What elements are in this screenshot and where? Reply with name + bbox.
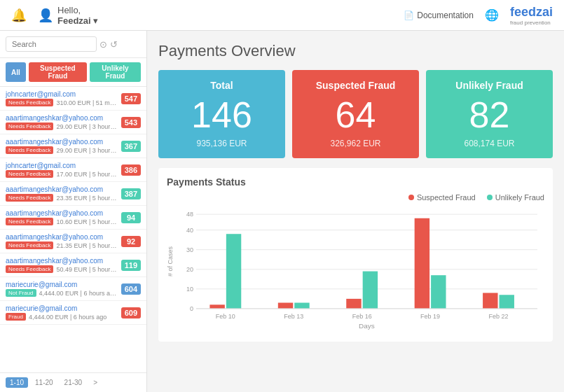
payment-meta: Not Fraud 4,444.00 EUR | 6 hours ago bbox=[6, 289, 117, 297]
page-button[interactable]: 11-20 bbox=[31, 377, 57, 388]
search-input[interactable] bbox=[6, 36, 97, 52]
payment-badge: Needs Feedback bbox=[6, 194, 53, 202]
stat-card-number: 82 bbox=[437, 97, 542, 133]
list-item[interactable]: johncarter@gmail.com Needs Feedback 17.0… bbox=[0, 158, 146, 182]
page-button[interactable]: 1-10 bbox=[6, 377, 28, 388]
payment-count: 543 bbox=[121, 117, 141, 128]
payment-details: 29.00 EUR | 3 hours ago bbox=[56, 147, 116, 154]
list-item[interactable]: aaartimangeshkar@yahoo.com Needs Feedbac… bbox=[0, 230, 146, 253]
user-menu[interactable]: 👤 Hello, Feedzai ▾ bbox=[38, 5, 98, 26]
payment-count: 119 bbox=[121, 260, 141, 271]
content: Payments Overview Total 146 935,136 EUR … bbox=[147, 31, 564, 392]
payment-meta: Needs Feedback 310.00 EUR | 51 minutes a… bbox=[6, 99, 117, 106]
pagination: 1-1011-2021-30> bbox=[0, 372, 146, 392]
brand-sub: fraud prevention bbox=[510, 20, 553, 26]
payment-count: 94 bbox=[121, 212, 141, 223]
payment-details: 310.00 EUR | 51 minutes ago bbox=[56, 99, 116, 106]
filter-all[interactable]: All bbox=[6, 62, 26, 82]
list-item[interactable]: johncarter@gmail.com Needs Feedback 310.… bbox=[0, 87, 146, 111]
list-item[interactable]: aaartimangeshkar@yahoo.com Needs Feedbac… bbox=[0, 182, 146, 206]
legend-dot bbox=[487, 195, 493, 200]
stat-card-number: 64 bbox=[303, 97, 408, 133]
svg-text:40: 40 bbox=[186, 227, 193, 234]
svg-rect-17 bbox=[294, 302, 309, 308]
payment-count: 604 bbox=[121, 284, 141, 295]
stat-card-title: Suspected Fraud bbox=[303, 80, 408, 91]
stat-card-eur: 608,174 EUR bbox=[437, 139, 542, 148]
svg-text:Feb 19: Feb 19 bbox=[420, 313, 440, 320]
page-button[interactable]: 21-30 bbox=[60, 377, 87, 388]
chart-svg: 01020304048# of CasesFeb 10Feb 13Feb 16F… bbox=[167, 207, 544, 333]
stat-card-total: Total 146 935,136 EUR bbox=[158, 70, 285, 158]
page-title: Payments Overview bbox=[158, 42, 553, 60]
svg-text:0: 0 bbox=[190, 305, 193, 312]
payment-count: 547 bbox=[121, 93, 141, 104]
stat-card-unlikely: Unlikely Fraud 82 608,174 EUR bbox=[426, 70, 553, 158]
payment-badge: Not Fraud bbox=[6, 289, 36, 297]
payment-meta: Needs Feedback 21.35 EUR | 5 hours ago bbox=[6, 241, 117, 249]
search-bar: ⊙ ↺ bbox=[0, 31, 146, 58]
stat-card-number: 146 bbox=[170, 97, 274, 133]
brand-name: feedzai bbox=[510, 5, 553, 20]
svg-rect-20 bbox=[363, 272, 378, 309]
bell-icon[interactable]: 🔔 bbox=[11, 8, 27, 23]
list-item[interactable]: aaartimangeshkar@yahoo.com Needs Feedbac… bbox=[0, 253, 146, 277]
list-item[interactable]: mariecurie@gmail.com Not Fraud 4,444.00 … bbox=[0, 277, 146, 301]
payment-badge: Needs Feedback bbox=[6, 122, 53, 130]
payment-meta: Needs Feedback 17.00 EUR | 5 hours ago bbox=[6, 170, 117, 178]
payment-meta: Needs Feedback 29.00 EUR | 3 hours ago bbox=[6, 122, 117, 130]
page-button[interactable]: > bbox=[89, 377, 102, 388]
svg-text:30: 30 bbox=[186, 246, 193, 253]
header-left: 🔔 👤 Hello, Feedzai ▾ bbox=[11, 5, 98, 26]
svg-rect-22 bbox=[415, 218, 429, 309]
doc-link[interactable]: 📄 Documentation bbox=[404, 10, 474, 20]
payment-email: johncarter@gmail.com bbox=[6, 90, 117, 98]
filter-unlikely[interactable]: Unlikely Fraud bbox=[90, 62, 141, 82]
payment-badge: Needs Feedback bbox=[6, 170, 53, 178]
payment-email: aaartimangeshkar@yahoo.com bbox=[6, 233, 117, 241]
payment-badge: Needs Feedback bbox=[6, 265, 53, 273]
svg-text:Days: Days bbox=[359, 322, 375, 330]
refresh-icon[interactable]: ↺ bbox=[110, 39, 118, 50]
svg-text:# of Cases: # of Cases bbox=[167, 246, 174, 276]
search-icons: ⊙ ↺ bbox=[99, 39, 118, 50]
hello-label: Hello, bbox=[57, 5, 81, 15]
payment-details: 50.49 EUR | 5 hours ago bbox=[56, 266, 116, 273]
list-item[interactable]: aaartimangeshkar@yahoo.com Needs Feedbac… bbox=[0, 206, 146, 230]
payment-email: mariecurie@gmail.com bbox=[6, 281, 117, 288]
search-icon[interactable]: ⊙ bbox=[99, 39, 107, 50]
payment-meta: Needs Feedback 23.35 EUR | 5 hours ago bbox=[6, 194, 117, 202]
greeting-text: Hello, Feedzai ▾ bbox=[57, 5, 98, 26]
payment-badge: Needs Feedback bbox=[6, 99, 53, 106]
payment-meta: Needs Feedback 29.00 EUR | 3 hours ago bbox=[6, 146, 117, 154]
svg-text:Feb 16: Feb 16 bbox=[352, 313, 372, 320]
payment-badge: Fraud bbox=[6, 313, 26, 321]
filter-suspected[interactable]: Suspected Fraud bbox=[29, 62, 87, 82]
chart-title: Payments Status bbox=[167, 176, 544, 188]
list-item[interactable]: aaartimangeshkar@yahoo.com Needs Feedbac… bbox=[0, 111, 146, 134]
stat-cards: Total 146 935,136 EUR Suspected Fraud 64… bbox=[158, 70, 553, 158]
globe-icon[interactable]: 🌐 bbox=[485, 8, 499, 22]
payment-email: aaartimangeshkar@yahoo.com bbox=[6, 138, 117, 146]
payment-badge: Needs Feedback bbox=[6, 241, 53, 249]
payment-details: 23.35 EUR | 5 hours ago bbox=[56, 195, 116, 202]
svg-text:Feb 13: Feb 13 bbox=[284, 313, 303, 320]
payment-count: 609 bbox=[121, 307, 141, 318]
payments-list: johncarter@gmail.com Needs Feedback 310.… bbox=[0, 87, 146, 372]
chart-wrapper: 01020304048# of CasesFeb 10Feb 13Feb 16F… bbox=[167, 207, 544, 333]
payment-count: 367 bbox=[121, 141, 141, 152]
svg-text:Feb 10: Feb 10 bbox=[216, 313, 235, 320]
svg-rect-23 bbox=[431, 275, 446, 309]
stat-card-title: Total bbox=[170, 80, 274, 91]
list-item[interactable]: mariecurie@gmail.com Fraud 4,444.00 EUR … bbox=[0, 301, 146, 325]
list-item[interactable]: aaartimangeshkar@yahoo.com Needs Feedbac… bbox=[0, 134, 146, 158]
payment-info: aaartimangeshkar@yahoo.com Needs Feedbac… bbox=[6, 257, 117, 273]
brand: feedzai fraud prevention bbox=[510, 5, 553, 26]
payment-email: aaartimangeshkar@yahoo.com bbox=[6, 257, 117, 265]
username-label: Feedzai bbox=[57, 15, 91, 26]
stat-card-suspected: Suspected Fraud 64 326,962 EUR bbox=[292, 70, 419, 158]
payment-details: 4,444.00 EUR | 6 hours ago bbox=[39, 290, 117, 297]
doc-icon: 📄 bbox=[404, 10, 414, 20]
payment-count: 387 bbox=[121, 188, 141, 200]
payment-details: 29.00 EUR | 3 hours ago bbox=[56, 123, 116, 130]
